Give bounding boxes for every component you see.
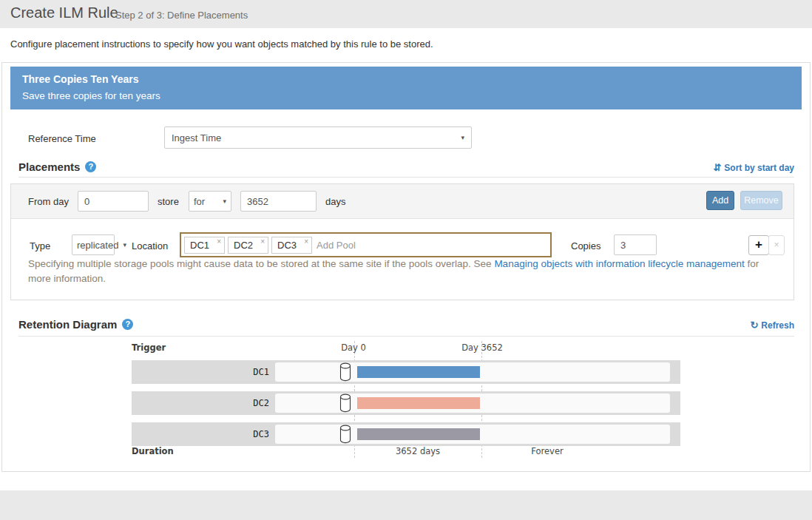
retention-bar (357, 397, 480, 409)
help-question-icon[interactable]: ? (85, 161, 96, 172)
type-value: replicated (77, 240, 118, 251)
copies-input[interactable] (614, 234, 657, 255)
intro-text: Configure placement instructions to spec… (10, 38, 433, 50)
page-step-indicator: Step 2 of 3: Define Placements (115, 10, 248, 21)
pool-token-label: DC2 (234, 240, 253, 251)
from-day-input[interactable] (78, 191, 149, 212)
remove-pool-icon[interactable]: × (304, 237, 308, 246)
pool-token-label: DC1 (190, 240, 209, 251)
page-header: Create ILM Rule Step 2 of 3: Define Plac… (0, 0, 812, 28)
add-placement-button[interactable]: Add (706, 191, 734, 210)
storage-pool-token-field[interactable]: DC1 × DC2 × DC3 × (180, 232, 552, 257)
create-ilm-rule-page: Create ILM Rule Step 2 of 3: Define Plac… (0, 0, 812, 520)
refresh-link-label: Refresh (761, 320, 794, 331)
remove-pool-icon[interactable]: × (260, 237, 265, 246)
storage-node-icon (339, 362, 351, 382)
sort-by-start-day-link[interactable]: ⇵ Sort by start day (713, 162, 794, 173)
remove-placement-button[interactable]: Remove (740, 191, 782, 210)
type-label: Type (30, 240, 50, 251)
placements-title-text: Placements (18, 161, 80, 173)
duration-segment-label: 3652 days (373, 446, 462, 456)
pool-token: DC2 × (228, 237, 268, 254)
chevron-down-icon: ▾ (223, 197, 226, 205)
retention-row-dc1: DC1 (132, 360, 680, 384)
pool-name-label: DC1 (132, 367, 269, 377)
refresh-link[interactable]: ↻ Refresh (750, 320, 794, 331)
pool-name-label: DC3 (132, 429, 269, 439)
copies-label: Copies (571, 240, 600, 251)
add-rule-line-button[interactable]: + (748, 235, 769, 255)
ilm-doc-link[interactable]: Managing objects with information lifecy… (494, 258, 744, 269)
from-day-label: From day (28, 196, 69, 207)
placements-section-title: Placements ? (18, 161, 96, 173)
sort-link-label: Sort by start day (724, 163, 794, 173)
retention-bar (357, 366, 480, 378)
page-title: Create ILM Rule (10, 4, 118, 21)
store-mode-value: for (194, 196, 205, 207)
delete-rule-line-button[interactable]: × (768, 235, 785, 255)
days-label: days (325, 196, 345, 207)
duration-days-input[interactable] (240, 191, 317, 212)
storage-node-icon (339, 425, 351, 444)
duration-segment-label: Forever (503, 446, 592, 456)
rule-name: Three Copies Ten Years (22, 73, 138, 85)
retention-section-title: Retention Diagram ? (18, 318, 133, 331)
wizard-footer: Cancel Back Next (0, 490, 812, 520)
note-prefix: Specifying multiple storage pools might … (28, 258, 494, 269)
trigger-axis-label: Trigger (132, 342, 166, 353)
pool-token: DC3 × (271, 237, 312, 254)
type-select[interactable]: replicated ▾ (72, 234, 115, 255)
retention-divider (18, 336, 794, 337)
pool-name-label: DC2 (132, 398, 269, 408)
pool-token: DC1 × (184, 237, 225, 254)
remove-pool-icon[interactable]: × (217, 237, 221, 246)
retention-row-dc2: DC2 (132, 391, 680, 415)
chevron-down-icon: ▾ (123, 241, 126, 249)
retention-bar (357, 428, 480, 440)
storage-node-icon (339, 394, 351, 413)
sort-arrows-icon: ⇵ (713, 162, 721, 173)
store-label: store (158, 196, 179, 207)
chevron-down-icon: ▾ (461, 134, 464, 141)
reference-time-select[interactable]: Ingest Time ▾ (164, 126, 472, 149)
add-pool-input[interactable] (315, 239, 547, 251)
location-label: Location (132, 240, 168, 251)
day-end-label: Day 3652 (453, 342, 512, 353)
reference-time-label: Reference Time (28, 133, 96, 144)
retention-title-text: Retention Diagram (18, 318, 117, 331)
store-mode-select[interactable]: for ▾ (189, 191, 231, 212)
placements-divider (18, 177, 794, 178)
reference-time-value: Ingest Time (172, 132, 221, 143)
refresh-icon: ↻ (750, 320, 758, 331)
retention-row-dc3: DC3 (132, 422, 680, 446)
help-question-icon[interactable]: ? (122, 319, 133, 330)
pool-overlap-note: Specifying multiple storage pools might … (28, 257, 778, 286)
day-start-label: Day 0 (324, 342, 383, 353)
duration-axis-label: Duration (132, 446, 174, 456)
pool-token-label: DC3 (277, 240, 297, 251)
rule-description: Save three copies for ten years (22, 90, 160, 101)
